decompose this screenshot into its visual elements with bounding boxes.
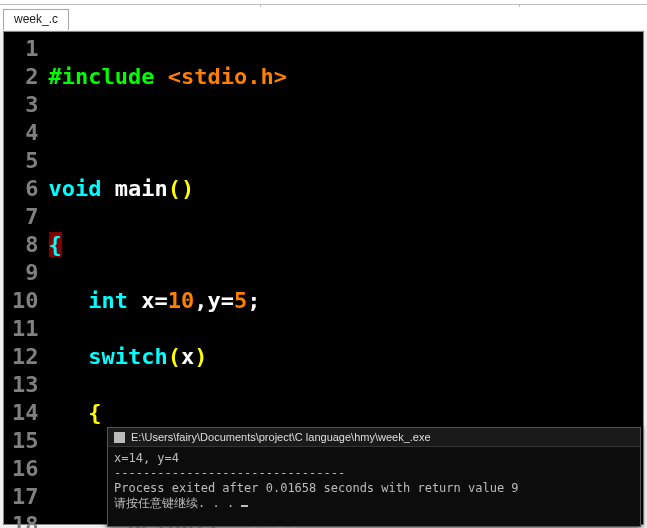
keyword: void: [49, 176, 102, 201]
console-window[interactable]: E:\Users\fairy\Documents\project\C langu…: [107, 427, 641, 527]
line-number: 6: [12, 175, 39, 203]
terminal-icon: [114, 432, 125, 443]
line-number: 16: [12, 455, 39, 483]
line-number: 11: [12, 315, 39, 343]
console-titlebar[interactable]: E:\Users\fairy\Documents\project\C langu…: [108, 428, 640, 447]
line-number: 17: [12, 483, 39, 511]
line-number: 8: [12, 231, 39, 259]
line-number: 13: [12, 371, 39, 399]
tab-bar: week_.c: [0, 7, 647, 30]
brace: {: [49, 232, 62, 257]
preproc: #include: [49, 64, 155, 89]
line-number: 1: [12, 35, 39, 63]
line-number: 18: [12, 511, 39, 528]
line-number: 15: [12, 427, 39, 455]
tab-file[interactable]: week_.c: [3, 9, 69, 30]
console-title: E:\Users\fairy\Documents\project\C langu…: [131, 431, 431, 443]
line-number: 3: [12, 91, 39, 119]
editor[interactable]: 1 2 3 4 5 6 7 8 9 10 11 12 13 14 15 16 1…: [3, 31, 644, 525]
line-number: 4: [12, 119, 39, 147]
line-number: 10: [12, 287, 39, 315]
line-number: 7: [12, 203, 39, 231]
line-number: 2: [12, 63, 39, 91]
line-number: 9: [12, 259, 39, 287]
line-number: 12: [12, 343, 39, 371]
cursor-icon: [241, 505, 248, 507]
line-number: 5: [12, 147, 39, 175]
line-gutter: 1 2 3 4 5 6 7 8 9 10 11 12 13 14 15 16 1…: [4, 32, 45, 524]
include-path: <stdio.h>: [168, 64, 287, 89]
line-number: 14: [12, 399, 39, 427]
console-output: x=14, y=4 ------------------------------…: [108, 447, 640, 515]
